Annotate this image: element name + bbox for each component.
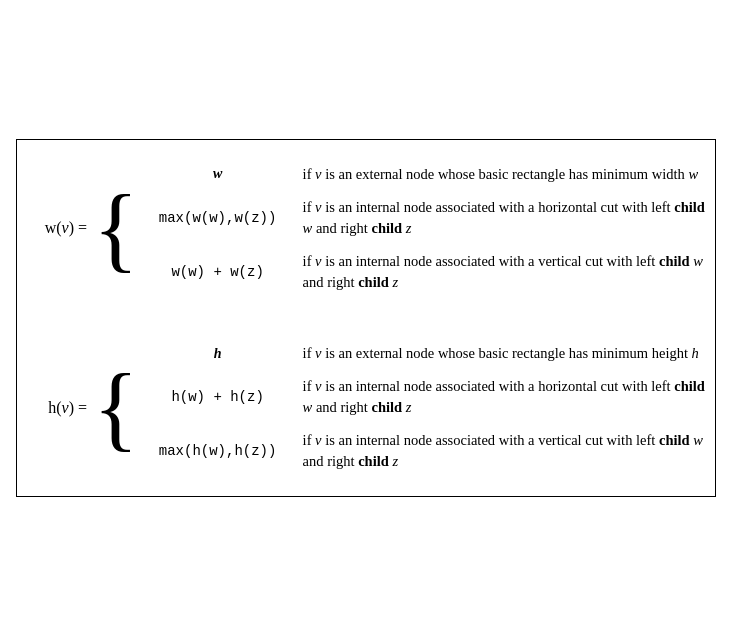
case-formula-h-1: h(w) + h(z) — [143, 389, 303, 405]
equation-w: w(v) ={wif v is an external node whose b… — [27, 158, 705, 299]
case-formula-h-0: h — [143, 346, 303, 362]
case-formula-w-2: w(w) + w(z) — [143, 264, 303, 280]
brace-container-h: {hif v is an external node whose basic r… — [93, 337, 705, 478]
cases-w: wif v is an external node whose basic re… — [143, 158, 705, 299]
section-divider — [27, 327, 705, 337]
case-desc-w-0: if v is an external node whose basic rec… — [303, 164, 705, 185]
case-desc-h-1: if v is an internal node associated with… — [303, 376, 705, 418]
case-desc-h-2: if v is an internal node associated with… — [303, 430, 705, 472]
case-desc-w-2: if v is an internal node associated with… — [303, 251, 705, 293]
case-row-w-2: w(w) + w(z)if v is an internal node asso… — [143, 245, 705, 299]
case-row-w-0: wif v is an external node whose basic re… — [143, 158, 705, 191]
case-formula-w-0: w — [143, 166, 303, 182]
case-row-h-1: h(w) + h(z)if v is an internal node asso… — [143, 370, 705, 424]
brace-container-w: {wif v is an external node whose basic r… — [93, 158, 705, 299]
case-row-w-1: max(w(w),w(z))if v is an internal node a… — [143, 191, 705, 245]
case-row-h-0: hif v is an external node whose basic re… — [143, 337, 705, 370]
lhs-w: w(v) = — [27, 219, 87, 237]
case-formula-w-1: max(w(w),w(z)) — [143, 210, 303, 226]
equation-h: h(v) ={hif v is an external node whose b… — [27, 337, 705, 478]
case-desc-w-1: if v is an internal node associated with… — [303, 197, 705, 239]
main-container: w(v) ={wif v is an external node whose b… — [16, 139, 716, 497]
big-brace-h: { — [93, 337, 139, 478]
case-desc-h-0: if v is an external node whose basic rec… — [303, 343, 705, 364]
case-formula-h-2: max(h(w),h(z)) — [143, 443, 303, 459]
cases-h: hif v is an external node whose basic re… — [143, 337, 705, 478]
lhs-h: h(v) = — [27, 399, 87, 417]
big-brace-w: { — [93, 158, 139, 299]
case-row-h-2: max(h(w),h(z))if v is an internal node a… — [143, 424, 705, 478]
